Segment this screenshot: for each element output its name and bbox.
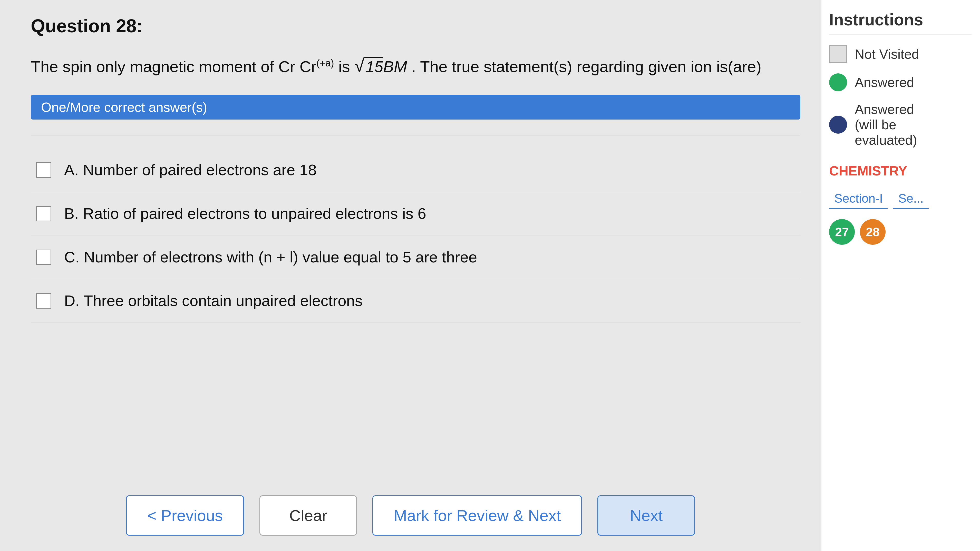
answered-icon [829, 73, 847, 91]
question-text-part1: The spin only magnetic moment of Cr [31, 58, 295, 75]
section1-tab[interactable]: Section-I [829, 189, 888, 209]
option-d-text: D. Three orbitals contain unpaired elect… [64, 292, 363, 310]
answer-type-badge: One/More correct answer(s) [31, 95, 800, 119]
q28-label: 28 [866, 225, 880, 239]
legend-answered: Answered [829, 73, 972, 91]
section-tabs: Section-I Se... [829, 189, 972, 209]
sqrt-content: 15 [364, 57, 383, 75]
option-c-text: C. Number of electrons with (n + l) valu… [64, 248, 477, 266]
answered-review-label: Answered(will beevaluated) [855, 102, 917, 148]
checkbox-a[interactable] [36, 162, 51, 178]
previous-button[interactable]: < Previous [126, 495, 244, 536]
question-math: √15BM [355, 58, 412, 75]
subject-label: CHEMISTRY [829, 163, 972, 179]
bottom-nav: < Previous Clear Mark for Review & Next … [0, 495, 821, 536]
question-text-part3: . The true statement(s) regarding given … [412, 58, 762, 75]
option-a-text: A. Number of paired electrons are 18 [64, 161, 317, 179]
not-visited-label: Not Visited [855, 46, 919, 62]
option-d[interactable]: D. Three orbitals contain unpaired elect… [31, 279, 800, 323]
question-cr-symbol: Cr(+a) [300, 58, 334, 75]
checkbox-d[interactable] [36, 293, 51, 309]
question-text-is: is [339, 58, 355, 75]
sidebar-title: Instructions [829, 10, 972, 35]
divider [31, 135, 800, 135]
bm-text: BM [383, 58, 407, 75]
question-grid: 27 28 [829, 219, 972, 245]
option-c[interactable]: C. Number of electrons with (n + l) valu… [31, 235, 800, 279]
question-title: Question 28: [31, 15, 800, 37]
checkbox-c[interactable] [36, 249, 51, 265]
option-a[interactable]: A. Number of paired electrons are 18 [31, 148, 800, 192]
next-button[interactable]: Next [597, 495, 695, 536]
question-27-btn[interactable]: 27 [829, 219, 855, 245]
question-text: The spin only magnetic moment of Cr Cr(+… [31, 52, 800, 79]
legend-not-visited: Not Visited [829, 45, 972, 63]
options-list: A. Number of paired electrons are 18 B. … [31, 148, 800, 323]
option-b-text: B. Ratio of paired electrons to unpaired… [64, 205, 426, 222]
sqrt-symbol: √ [355, 56, 364, 76]
sidebar: Instructions Not Visited Answered Answer… [821, 0, 980, 551]
not-visited-icon [829, 45, 847, 63]
question-28-btn[interactable]: 28 [860, 219, 886, 245]
legend-answered-review: Answered(will beevaluated) [829, 102, 972, 148]
checkbox-b[interactable] [36, 206, 51, 221]
main-content: Question 28: The spin only magnetic mome… [0, 0, 821, 551]
clear-button[interactable]: Clear [259, 495, 357, 536]
question-superscript: (+a) [317, 58, 334, 68]
mark-review-button[interactable]: Mark for Review & Next [372, 495, 582, 536]
section2-tab[interactable]: Se... [893, 189, 929, 209]
answered-review-icon [829, 116, 847, 133]
option-b[interactable]: B. Ratio of paired electrons to unpaired… [31, 192, 800, 235]
q27-label: 27 [835, 225, 849, 239]
answered-label: Answered [855, 75, 914, 90]
